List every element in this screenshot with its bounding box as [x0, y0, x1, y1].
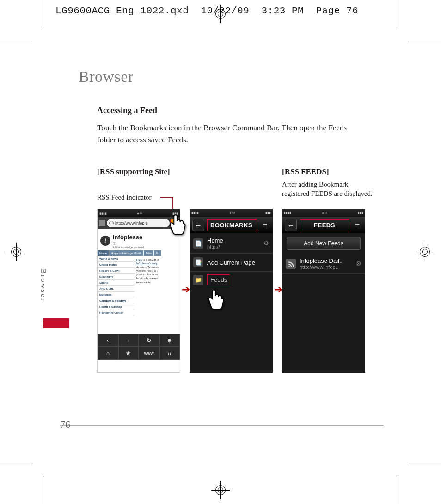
bookmarks-button[interactable]: ★: [118, 347, 139, 360]
site-nav: World & News United States History & Gov…: [98, 256, 135, 316]
back-button[interactable]: ←: [192, 219, 204, 231]
nav-item[interactable]: History & Gov't: [98, 268, 135, 274]
phone-screenshot-feeds: ▮▮▮▮◈ ✉▮▮▮ ← FEEDS ≣ Add New Feeds Infop…: [282, 209, 365, 373]
nav-item[interactable]: Sports: [98, 280, 135, 286]
feeds-folder-item[interactable]: 📁 Feeds: [190, 272, 273, 288]
phone-screenshot-browser: ▮▮▮▮◈ ✉▮▮▮ http://www.infople i infoplea…: [97, 209, 180, 373]
site-tab[interactable]: Hispanic Heritage Month: [109, 250, 144, 256]
article-text: RSS is a way of br Infoplease's daily de…: [135, 256, 180, 316]
page-title: Browser: [79, 68, 134, 85]
side-tab-label: Browser: [39, 269, 47, 302]
imposition-header: LG9600ACG_Eng_1022.qxd 10/22/09 3:23 PM …: [55, 6, 358, 16]
www-button[interactable]: www: [139, 347, 159, 360]
feeds-title: FEEDS: [300, 219, 349, 231]
feed-item[interactable]: Infoplease Dail.. http://www.infop.. ⚙: [282, 254, 365, 274]
more-button[interactable]: ⁝⁝: [159, 347, 180, 360]
crop-mark: [397, 0, 397, 28]
status-bar: ▮▮▮▮◈ ✉▮▮▮: [282, 209, 365, 217]
registration-mark-right: [416, 243, 434, 261]
back-button[interactable]: ←: [285, 219, 297, 231]
feed-title: Infoplease Dail..: [300, 257, 352, 264]
back-button[interactable]: ‹: [98, 334, 118, 347]
nav-item[interactable]: Business: [98, 292, 135, 298]
site-tabs[interactable]: Home Hispanic Heritage Month Atlas En: [98, 250, 180, 256]
crop-mark: [0, 43, 32, 43]
bookmark-item-home[interactable]: 📄 Home http:// ⚙: [190, 233, 273, 254]
tabs-icon[interactable]: [99, 220, 105, 226]
bookmarks-title: BOOKMARKS: [207, 219, 257, 231]
list-view-icon[interactable]: ≣: [260, 220, 270, 230]
phone-screenshot-bookmarks: ▮▮▮▮◈ ✉▮▮▮ ← BOOKMARKS ≣ 📄 Home http:// …: [190, 209, 273, 373]
nav-item[interactable]: Calendar & Holidays: [98, 298, 135, 304]
site-tab[interactable]: Home: [98, 250, 109, 256]
gear-icon[interactable]: ⚙: [356, 260, 361, 267]
crop-mark: [409, 43, 441, 43]
feeds-label: Feeds: [207, 274, 230, 285]
bookmark-url: http://: [207, 244, 260, 249]
url-field[interactable]: http://www.infople: [107, 219, 170, 227]
add-page-icon: 📑: [193, 257, 203, 267]
nav-item[interactable]: World & News: [98, 256, 135, 262]
add-new-feeds-button[interactable]: Add New Feeds: [287, 237, 361, 250]
section-title: Accessing a Feed: [97, 106, 157, 115]
registration-mark-left: [7, 243, 25, 261]
feeds-header: ← FEEDS ≣: [282, 217, 365, 233]
status-bar: ▮▮▮▮◈ ✉▮▮▮: [190, 209, 273, 217]
browser-url-bar: http://www.infople: [98, 217, 180, 229]
reload-button[interactable]: ↻: [139, 334, 159, 347]
url-text: http://www.infople: [115, 221, 148, 225]
nav-item[interactable]: Homework Center: [98, 310, 135, 316]
globe-icon: [109, 221, 114, 225]
crop-mark: [409, 462, 441, 462]
arrow-icon: ➔: [182, 284, 190, 296]
zoom-button[interactable]: ⊕: [159, 334, 180, 347]
figure-caption-left: RSS Feed Indicator: [97, 194, 152, 201]
site-tab[interactable]: En: [154, 250, 161, 256]
infoplease-logo-icon: i: [100, 236, 110, 246]
home-button[interactable]: ⌂: [98, 347, 118, 360]
infoplease-logo-text: infoplease® All the knowledge you need.: [113, 233, 145, 249]
body-text: Touch the Bookmarks icon in the Browser …: [97, 122, 365, 146]
figure-caption-right: After adding Bookmark, registered FEEDS …: [282, 180, 374, 199]
nav-item[interactable]: Biography: [98, 274, 135, 280]
feed-url: http://www.infop..: [300, 264, 352, 270]
add-current-page-item[interactable]: 📑 Add Current Page: [190, 254, 273, 272]
bookmark-title: Home: [207, 237, 260, 244]
side-tab-marker: [43, 318, 69, 328]
crop-mark: [44, 0, 44, 28]
page-frame: Browser Accessing a Feed Touch the Bookm…: [60, 43, 384, 435]
webpage-body: i infoplease® All the knowledge you need…: [98, 229, 180, 360]
crop-mark: [44, 476, 44, 504]
page-number: 76: [60, 419, 70, 431]
figure-label-right: [RSS FEEDS]: [282, 167, 329, 176]
nav-item[interactable]: United States: [98, 262, 135, 268]
forward-button[interactable]: ›: [118, 334, 139, 347]
arrow-icon: ➔: [274, 284, 282, 296]
gear-icon[interactable]: ⚙: [263, 240, 269, 247]
bookmarks-header: ← BOOKMARKS ≣: [190, 217, 273, 233]
crop-mark: [0, 462, 32, 462]
rss-link[interactable]: RSS: [136, 258, 142, 261]
figure-label-left: [RSS supporting Site]: [97, 167, 170, 176]
site-tab[interactable]: Atlas: [144, 250, 154, 256]
page-footer-rule: 76: [60, 425, 384, 426]
callout-line: [160, 197, 173, 198]
nav-item[interactable]: Arts & Ent.: [98, 286, 135, 292]
rss-icon: [286, 259, 296, 269]
registration-mark-bottom: [211, 481, 230, 499]
crop-mark: [397, 476, 397, 504]
status-bar: ▮▮▮▮◈ ✉▮▮▮: [98, 209, 180, 217]
page-icon: 📄: [193, 238, 203, 249]
list-view-icon[interactable]: ≣: [352, 220, 362, 230]
item-label: Add Current Page: [207, 259, 269, 266]
rss-feed-indicator-icon[interactable]: [171, 219, 178, 227]
folder-icon: 📁: [193, 275, 203, 285]
nav-item[interactable]: Health & Science: [98, 304, 135, 310]
browser-command-bar: ‹ › ↻ ⊕ ⌂ ★ www ⁝⁝: [98, 334, 180, 360]
